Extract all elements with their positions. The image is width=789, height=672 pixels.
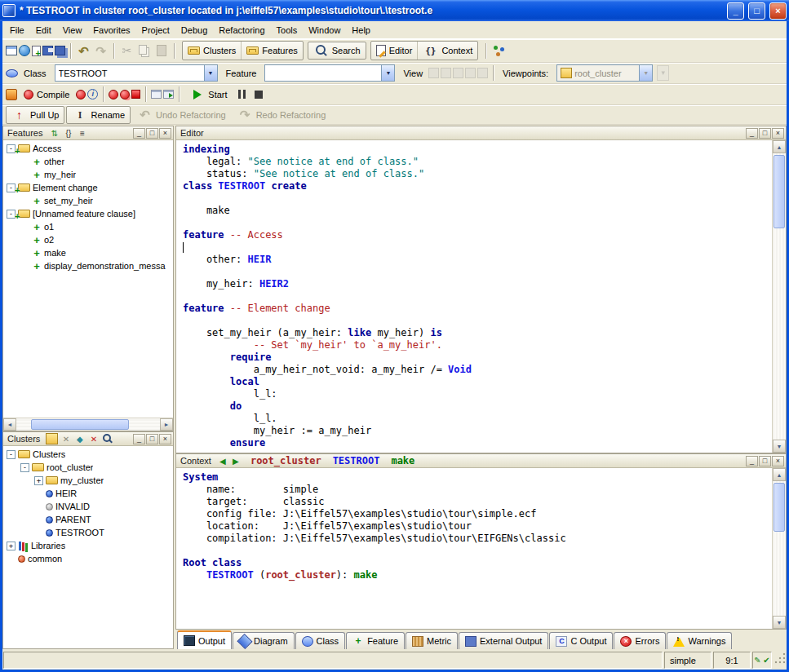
freeze-icon[interactable]: [109, 90, 118, 99]
tab-metric[interactable]: Metric: [406, 632, 458, 649]
tree-item-my-cluster[interactable]: +my_cluster: [3, 474, 173, 487]
features-button[interactable]: Features: [241, 42, 302, 60]
class-tool-icon[interactable]: [6, 69, 18, 77]
tree-item-root-cluster[interactable]: -root_cluster: [3, 461, 173, 474]
context-close-icon[interactable]: ×: [772, 456, 784, 466]
clusters-panel-header[interactable]: Clusters ✕◆✕ _ □ ×: [3, 432, 173, 446]
tab-warnings[interactable]: Warnings: [667, 632, 732, 649]
new-cluster-icon[interactable]: [46, 433, 58, 444]
scroll-thumb[interactable]: [773, 155, 785, 228]
tree-item-display-demonstration-messa[interactable]: +display_demonstration_messa: [3, 259, 173, 272]
features-maximize-icon[interactable]: □: [146, 128, 158, 139]
context-vertical-scrollbar[interactable]: ▲ ▼: [772, 468, 786, 629]
clusters-maximize-icon[interactable]: □: [146, 434, 158, 444]
clusters-button[interactable]: Clusters: [183, 42, 241, 60]
tree-item-heir[interactable]: HEIR: [3, 487, 173, 500]
scroll-down-icon[interactable]: ▼: [773, 440, 786, 453]
new-window-icon[interactable]: [6, 46, 17, 55]
rename-button[interactable]: IRename: [66, 106, 131, 124]
tab-external-output[interactable]: External Output: [459, 632, 548, 649]
tree-item-element-change[interactable]: -Element change: [3, 181, 173, 194]
expand-toggle-icon[interactable]: -: [7, 450, 16, 459]
editor-button[interactable]: Editor: [371, 42, 418, 60]
context-output-area[interactable]: System name: simple target: classic conf…: [176, 468, 772, 629]
context-maximize-icon[interactable]: □: [759, 456, 771, 466]
tab-output[interactable]: Output: [177, 630, 232, 649]
menu-tools[interactable]: Tools: [271, 23, 304, 38]
tab-c-output[interactable]: C Output: [549, 632, 613, 649]
search-button[interactable]: Search: [308, 42, 366, 60]
diamond-icon[interactable]: ◆: [73, 433, 86, 444]
breadcrumb-item-make[interactable]: make: [391, 455, 414, 466]
menu-edit[interactable]: Edit: [30, 23, 57, 38]
new-tab-icon[interactable]: [32, 46, 41, 56]
tree-item-o1[interactable]: +o1: [3, 220, 173, 233]
dropdown-arrow-icon[interactable]: ▼: [381, 65, 394, 81]
maximize-button[interactable]: □: [748, 2, 765, 20]
tree-item-make[interactable]: +make: [3, 246, 173, 259]
history-back-icon[interactable]: ◀: [217, 457, 228, 466]
stop-icon[interactable]: [251, 86, 267, 102]
context-button[interactable]: {}Context: [417, 42, 477, 60]
scroll-up-icon[interactable]: ▲: [773, 468, 786, 481]
tab-diagram[interactable]: Diagram: [233, 632, 295, 649]
open-file-icon[interactable]: [19, 45, 30, 56]
expand-toggle-icon[interactable]: +: [34, 476, 43, 485]
tree-item-other[interactable]: +other: [3, 155, 173, 168]
resize-grip[interactable]: [773, 652, 786, 669]
menu-view[interactable]: View: [57, 23, 88, 38]
clusters-tree[interactable]: -Clusters-root_cluster+my_clusterHEIRINV…: [3, 446, 173, 648]
braces-icon[interactable]: {}: [62, 127, 74, 139]
menu-window[interactable]: Window: [303, 23, 346, 38]
breadcrumb-item-testroot[interactable]: TESTROOT: [333, 455, 380, 466]
clusters-close-icon[interactable]: ×: [159, 434, 171, 444]
compile-button[interactable]: Compile: [19, 86, 74, 104]
tree-item-common[interactable]: common: [3, 552, 173, 565]
sort-features-icon[interactable]: ⇅: [48, 127, 60, 139]
scroll-down-icon[interactable]: ▼: [773, 616, 786, 629]
quick-melt-icon[interactable]: [120, 90, 130, 99]
tree-item-set-my-heir[interactable]: +set_my_heir: [3, 194, 173, 207]
context-minimize-icon[interactable]: _: [746, 456, 758, 466]
breadcrumb-item-root-cluster[interactable]: root_cluster: [250, 455, 321, 466]
dropdown-arrow-icon[interactable]: ▼: [204, 65, 217, 81]
scroll-right-icon[interactable]: ►: [160, 418, 173, 431]
start-button[interactable]: Start: [184, 86, 232, 104]
redo-refactoring-button[interactable]: ↷Redo Refactoring: [233, 106, 331, 124]
feature-combo[interactable]: ▼: [264, 64, 395, 82]
open-debug-layout-icon[interactable]: [151, 90, 162, 99]
search-cluster-icon[interactable]: [101, 433, 113, 444]
melt-icon[interactable]: [76, 90, 86, 99]
save-icon[interactable]: [42, 46, 53, 55]
scroll-track[interactable]: [773, 481, 786, 616]
context-panel-header[interactable]: Context ◀ ▶ root_clusterTESTROOTmake _ □…: [176, 454, 786, 468]
title-bar[interactable]: * TESTROOT in cluster root_cluster locat…: [0, 0, 789, 21]
pause-icon[interactable]: [234, 86, 250, 102]
features-tree[interactable]: -Access+other+my_heir-Element change+set…: [3, 140, 173, 418]
scroll-left-icon[interactable]: ◄: [3, 418, 16, 431]
clusters-minimize-icon[interactable]: _: [133, 434, 145, 444]
features-horizontal-scrollbar[interactable]: ◄ ►: [3, 418, 173, 431]
features-close-icon[interactable]: ×: [159, 128, 171, 139]
scroll-track[interactable]: [773, 153, 786, 440]
minimize-button[interactable]: _: [727, 2, 744, 20]
scroll-thumb[interactable]: [773, 483, 785, 532]
history-forward-icon[interactable]: ▶: [230, 457, 242, 466]
menu-file[interactable]: File: [4, 23, 30, 38]
tab-feature[interactable]: Feature: [346, 632, 405, 649]
tree-item-libraries[interactable]: +Libraries: [3, 539, 173, 552]
compile-info-icon[interactable]: i: [87, 89, 98, 99]
features-panel-header[interactable]: Features ⇅{}≡ _ □ ×: [3, 126, 173, 140]
remove-class-icon[interactable]: ✕: [87, 433, 100, 444]
scroll-track[interactable]: [16, 418, 160, 431]
expand-toggle-icon[interactable]: -: [20, 463, 29, 472]
save-all-icon[interactable]: [55, 46, 65, 55]
editor-vertical-scrollbar[interactable]: ▲ ▼: [772, 140, 786, 453]
tree-item-parent[interactable]: PARENT: [3, 513, 173, 526]
tree-item-testroot[interactable]: TESTROOT: [3, 526, 173, 539]
undo-icon[interactable]: ↶: [76, 43, 91, 59]
tree-item-clusters[interactable]: -Clusters: [3, 448, 173, 461]
editor-minimize-icon[interactable]: _: [746, 128, 758, 139]
menu-favorites[interactable]: Favorites: [87, 23, 135, 38]
tree-item-access[interactable]: -Access: [3, 142, 173, 155]
